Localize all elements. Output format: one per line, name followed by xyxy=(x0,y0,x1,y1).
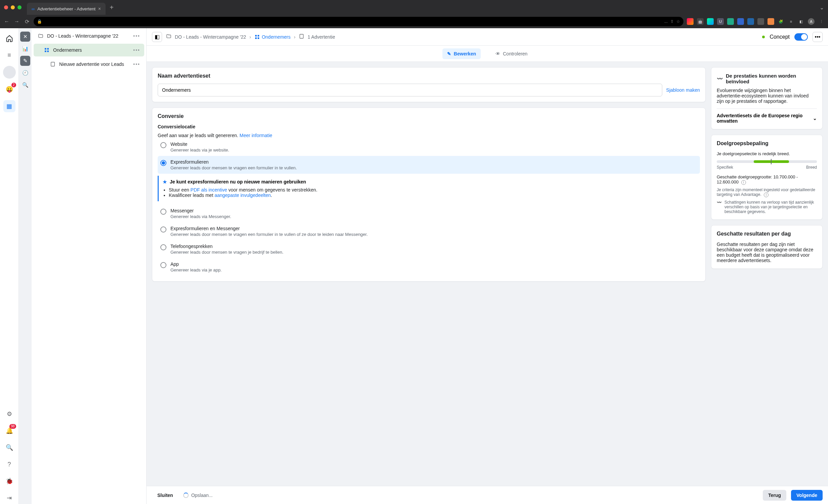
radio-icon xyxy=(160,142,166,148)
notifications-icon[interactable]: 🔔98 xyxy=(3,425,15,437)
ext-icon[interactable] xyxy=(707,18,714,25)
crumb-campaign[interactable]: DO - Leads - Wintercampagne '22 xyxy=(175,34,246,40)
collapse-icon[interactable]: ⇥ xyxy=(3,492,15,504)
profile-avatar-icon[interactable]: A xyxy=(808,18,815,25)
custom-sections-link[interactable]: aangepaste invulgedeelten xyxy=(214,193,271,198)
svg-rect-0 xyxy=(45,48,46,50)
hamburger-icon[interactable]: ≡ xyxy=(3,49,15,61)
radio-desc: Genereer leads door mensen te vragen een… xyxy=(170,165,297,170)
activity-icon: 〰️ xyxy=(717,200,722,214)
minimize-window-icon[interactable] xyxy=(11,5,15,9)
crumb-ad-count[interactable]: 1 Advertentie xyxy=(308,34,335,40)
reload-icon[interactable]: ⟳ xyxy=(24,18,30,25)
forward-icon[interactable]: → xyxy=(13,18,20,25)
pencil-icon: ✎ xyxy=(447,51,451,56)
eye-icon: 👁 xyxy=(496,51,500,56)
tip-text: Kwalificeer leads met xyxy=(169,193,214,198)
radio-app[interactable]: App Genereer leads via je app. xyxy=(158,258,700,276)
main-column: ◧ DO - Leads - Wintercampagne '22 › Onde… xyxy=(147,28,828,504)
address-bar[interactable]: 🔒 ... ⇪ ☆ xyxy=(34,17,683,26)
publish-toggle[interactable] xyxy=(794,33,808,41)
radio-website[interactable]: Website Genereer leads via je website. xyxy=(158,138,700,156)
bug-icon[interactable]: 🐞 xyxy=(3,475,15,487)
next-button[interactable]: Volgende xyxy=(791,490,823,501)
history-icon[interactable]: 🕘 xyxy=(20,68,30,78)
new-tab-button[interactable]: + xyxy=(110,4,114,11)
settings-icon[interactable]: ⚙ xyxy=(3,408,15,420)
more-info-link[interactable]: Meer informatie xyxy=(240,133,272,138)
browser-tab[interactable]: ∞ Advertentiebeheer - Advertent × xyxy=(27,3,106,15)
star-icon[interactable]: ☆ xyxy=(676,19,680,24)
info-icon[interactable]: i xyxy=(741,180,746,185)
playlist-icon[interactable]: ≡ xyxy=(788,18,794,25)
radio-forms-and-messenger[interactable]: Expresformulieren en Messenger Genereer … xyxy=(158,222,700,240)
browser-tab-bar: ∞ Advertentiebeheer - Advertent × + ⌄ xyxy=(0,0,828,15)
back-icon[interactable]: ← xyxy=(3,18,10,25)
close-tab-icon[interactable]: × xyxy=(98,6,101,11)
edit-pencil-icon[interactable]: ✎ xyxy=(20,56,30,66)
tree-campaign-item[interactable]: DO - Leads - Wintercampagne '22 ••• xyxy=(34,30,144,42)
chart-icon[interactable]: 📊 xyxy=(20,44,30,54)
adset-name-card: Naam advertentieset Sjabloon maken xyxy=(152,67,706,102)
estimate-label: Geschatte doelgroepgrootte: xyxy=(717,174,772,179)
ext-icon[interactable]: 🤖 xyxy=(697,18,704,25)
close-window-icon[interactable] xyxy=(4,5,8,9)
menu-icon[interactable]: ⋮ xyxy=(818,18,825,25)
criteria-note: Je criteria zijn momenteel ingesteld voo… xyxy=(717,187,817,197)
editor-tabs: ✎ Bewerken 👁 Controleren xyxy=(147,46,828,62)
more-actions-button[interactable]: ••• xyxy=(813,32,823,42)
chevron-down-icon: ⌄ xyxy=(813,116,817,121)
more-icon[interactable]: ••• xyxy=(133,33,140,39)
content-scroll: Naam advertentieset Sjabloon maken Conve… xyxy=(147,62,828,486)
pdf-incentive-link[interactable]: PDF als incentive xyxy=(191,187,227,193)
tabs-overflow-icon[interactable]: ⌄ xyxy=(820,4,824,11)
crumb-adset[interactable]: Ondernemers xyxy=(254,34,291,40)
account-avatar-icon[interactable] xyxy=(3,66,16,79)
status-label: Concept xyxy=(770,34,790,40)
make-template-link[interactable]: Sjabloon maken xyxy=(666,87,700,93)
tree-adset-item[interactable]: Ondernemers ••• xyxy=(34,44,144,56)
search-icon[interactable]: 🔍 xyxy=(3,442,15,454)
radio-phone-calls[interactable]: Telefoongesprekken Genereer leads door m… xyxy=(158,240,700,258)
ext-icon[interactable]: U xyxy=(717,18,724,25)
extensions-icon[interactable]: 🧩 xyxy=(778,18,784,25)
audience-desc: Je doelgroepselectie is redelijk breed. xyxy=(717,151,817,156)
ext-icon[interactable] xyxy=(687,18,694,25)
tip-text: voor mensen om gegevens te verstrekken. xyxy=(227,187,317,193)
more-icon[interactable]: ••• xyxy=(133,47,140,53)
svg-rect-5 xyxy=(255,35,257,37)
info-icon[interactable]: i xyxy=(764,193,768,197)
home-icon[interactable] xyxy=(3,32,15,44)
close-editor-button[interactable]: ✕ xyxy=(20,32,30,42)
zoom-icon[interactable]: 🔍 xyxy=(20,80,30,90)
adset-name-input[interactable] xyxy=(158,84,662,96)
badge-count: 2 xyxy=(11,83,16,87)
svg-rect-1 xyxy=(47,48,49,50)
help-icon[interactable]: ? xyxy=(3,458,15,470)
sidebar-toggle-button[interactable]: ◧ xyxy=(152,32,162,42)
url-trunc: ... xyxy=(664,19,668,24)
panel-icon[interactable]: ◧ xyxy=(798,18,804,25)
ext-icon[interactable] xyxy=(757,18,764,25)
ads-table-icon[interactable]: ▦ xyxy=(3,100,15,112)
ext-icon[interactable] xyxy=(747,18,754,25)
share-icon[interactable]: ⇪ xyxy=(670,19,674,24)
more-icon[interactable]: ••• xyxy=(133,61,140,67)
ext-icon[interactable] xyxy=(727,18,734,25)
tree-ad-item[interactable]: Nieuwe advertentie voor Leads ••• xyxy=(34,58,144,71)
tab-review[interactable]: 👁 Controleren xyxy=(491,48,532,59)
conversion-hint-text: Geef aan waar je leads wilt genereren. xyxy=(158,133,238,138)
eu-accordion[interactable]: Advertentiesets die de Europese regio om… xyxy=(717,109,817,124)
tab-edit[interactable]: ✎ Bewerken xyxy=(442,48,481,59)
radio-instant-forms[interactable]: Expresformulieren Genereer leads door me… xyxy=(158,156,700,174)
maximize-window-icon[interactable] xyxy=(17,5,22,9)
ext-icon[interactable] xyxy=(767,18,774,25)
back-button[interactable]: Terug xyxy=(763,490,786,501)
tab-edit-label: Bewerken xyxy=(454,51,476,56)
editor-tool-rail: ✕ 📊 ✎ 🕘 🔍 xyxy=(19,28,32,504)
tree-adset-label: Ondernemers xyxy=(53,47,82,53)
ext-icon[interactable] xyxy=(737,18,744,25)
emoji-nav-icon[interactable]: 😛2 xyxy=(3,83,15,95)
close-button[interactable]: Sluiten xyxy=(152,490,179,501)
radio-messenger[interactable]: Messenger Genereer leads via Messenger. xyxy=(158,205,700,222)
